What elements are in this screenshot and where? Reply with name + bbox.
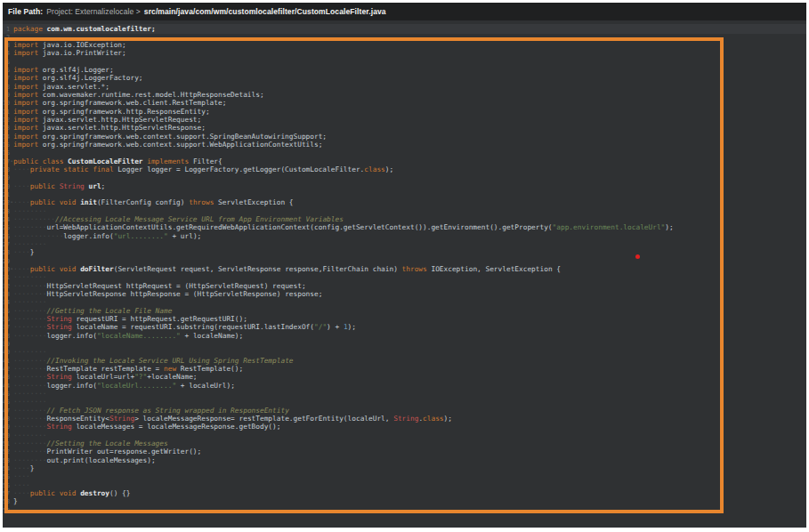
code-text: import org.slf4j.Logger; (13, 66, 114, 74)
code-line[interactable]: 54····} (3, 464, 806, 472)
code-line[interactable]: 55···· (3, 472, 806, 480)
code-text: ········RestTemplate restTemplate = new … (13, 365, 243, 373)
code-line[interactable]: 15import org.springframework.web.context… (3, 141, 806, 149)
code-text: public class CustomLocaleFilter implemen… (13, 157, 222, 165)
code-line[interactable]: 58} (3, 497, 806, 505)
code-text: ········//Getting the Locale File Name (13, 307, 172, 315)
code-text: ············logger.info("url........" + … (13, 232, 201, 240)
code-line[interactable]: 31········ (3, 273, 806, 281)
breadcrumb-project: Project: Externalizelocale > (46, 7, 141, 16)
code-line[interactable]: 53········out.print(localeMessages); (3, 456, 806, 464)
code-line[interactable]: 14import org.springframework.web.context… (3, 133, 806, 141)
code-line[interactable]: 6import org.slf4j.Logger; (3, 66, 806, 74)
code-line[interactable]: 36········String requestURI = httpReques… (3, 315, 806, 323)
code-line[interactable]: 50········ (3, 431, 806, 439)
code-text: ········// Fetch JSON response as String… (13, 407, 289, 415)
code-line[interactable]: 20····public String url; (3, 182, 806, 190)
code-line[interactable]: 16 (3, 149, 806, 157)
fold-marker-icon[interactable]: - (10, 265, 13, 273)
code-line[interactable]: 48········ResponseEntity<String> localeM… (3, 415, 806, 423)
code-line[interactable]: 7import org.slf4j.LoggerFactory; (3, 74, 806, 82)
code-line[interactable]: 13import javax.servlet.http.HttpServletR… (3, 124, 806, 132)
code-text: ···· (13, 472, 30, 480)
code-line[interactable]: 52········PrintWriter out=response.getWr… (3, 447, 806, 455)
code-text: ········ (13, 207, 47, 215)
code-line[interactable]: 10import org.springframework.web.client.… (3, 99, 806, 107)
code-text: ····public void doFilter(ServletRequest … (13, 265, 561, 273)
code-text: import org.slf4j.LoggerFactory; (13, 74, 143, 82)
code-line[interactable]: 27········ (3, 240, 806, 248)
fold-marker-icon[interactable]: - (10, 157, 13, 165)
code-line[interactable]: 45········ (3, 390, 806, 398)
code-line[interactable]: 9import com.wavemaker.runtime.rest.model… (3, 91, 806, 99)
code-line[interactable]: 29 (3, 257, 806, 265)
fold-marker-icon[interactable]: - (10, 198, 13, 206)
code-line[interactable]: 56···· (3, 481, 806, 489)
code-line[interactable]: 19 (3, 173, 806, 181)
code-text: import javax.servlet.*; (13, 83, 109, 91)
code-text: ········url=WebApplicationContextUtils.g… (13, 223, 674, 231)
code-line[interactable]: 37········String localeName = requestURI… (3, 323, 806, 331)
code-line[interactable]: 2 (3, 33, 806, 41)
code-text: import com.wavemaker.runtime.rest.model.… (13, 91, 264, 99)
code-text: ········ (13, 273, 47, 281)
code-line[interactable]: 38········logger.info("localeName.......… (3, 332, 806, 340)
code-line[interactable]: 5 (3, 58, 806, 66)
code-text: ···· (13, 481, 30, 489)
code-line[interactable]: 17-public class CustomLocaleFilter imple… (3, 157, 806, 165)
code-line[interactable]: 24··········//Accessing Locale Message S… (3, 215, 806, 223)
code-line[interactable]: 11import org.springframework.http.Respon… (3, 108, 806, 116)
code-text: import org.springframework.web.context.s… (13, 133, 327, 141)
code-line[interactable]: 35········//Getting the Locale File Name (3, 307, 806, 315)
code-line[interactable]: 49········String localeMessages = locale… (3, 423, 806, 431)
code-text: ····public void destroy() {} (13, 489, 130, 497)
code-line[interactable]: 39 (3, 340, 806, 348)
code-text: ········logger.info("localeName........"… (13, 332, 243, 340)
code-line[interactable]: 28····} (3, 248, 806, 256)
code-line[interactable]: 1package com.wm.customlocalefilter; (3, 25, 806, 33)
code-area[interactable]: 1package com.wm.customlocalefilter;23imp… (3, 25, 806, 514)
code-line[interactable]: 42········RestTemplate restTemplate = ne… (3, 365, 806, 373)
code-line[interactable]: 43········String localeUrl=url+"?"+local… (3, 373, 806, 381)
code-line[interactable]: 57····public void destroy() {} (3, 489, 806, 497)
code-line[interactable]: 47········// Fetch JSON response as Stri… (3, 407, 806, 415)
code-text: ········ (13, 398, 47, 406)
code-line[interactable]: 23········ (3, 207, 806, 215)
code-line[interactable]: 44········logger.info("localeUrl........… (3, 382, 806, 390)
code-line[interactable]: 3import java.io.IOException; (3, 41, 806, 49)
code-editor[interactable]: 1package com.wm.customlocalefilter;23imp… (3, 20, 806, 528)
code-text: ········String localeName = requestURI.s… (13, 323, 356, 331)
code-line[interactable]: 34········ (3, 298, 806, 306)
code-text: ········ (13, 390, 47, 398)
code-line[interactable]: 12import javax.servlet.http.HttpServletR… (3, 116, 806, 124)
code-line[interactable]: 22-····public void init(FilterConfig con… (3, 198, 806, 206)
code-text: ········ (13, 431, 47, 439)
code-line[interactable]: 51········//Setting the Locale Messages (3, 439, 806, 447)
code-text: ········logger.info("localeUrl........" … (13, 382, 235, 390)
code-text: ········ResponseEntity<String> localeMes… (13, 415, 452, 423)
code-line[interactable]: 33········HttpServletResponse httpRespon… (3, 290, 806, 298)
code-line[interactable]: 8import javax.servlet.*; (3, 83, 806, 91)
code-text: import org.springframework.http.Response… (13, 108, 210, 116)
code-text: ····} (13, 464, 34, 472)
file-path-label: File Path: (8, 7, 43, 16)
code-line[interactable]: 4import java.io.PrintWriter; (3, 49, 806, 57)
code-line[interactable]: 32········HttpServletRequest httpRequest… (3, 282, 806, 290)
ide-screenshot: File Path: Project: Externalizelocale > … (0, 0, 809, 532)
code-line[interactable]: 59 (3, 506, 806, 514)
code-line[interactable]: 41········//Invoking the Locale Service … (3, 357, 806, 365)
code-text: ········HttpServletResponse httpResponse… (13, 290, 322, 298)
code-line[interactable]: 26············logger.info("url........" … (3, 232, 806, 240)
code-text: ········String requestURI = httpRequest.… (13, 315, 247, 323)
code-line[interactable]: 25········url=WebApplicationContextUtils… (3, 223, 806, 231)
code-text: } (13, 497, 18, 505)
code-text: ····} (13, 248, 34, 256)
code-text: ····public String url; (13, 182, 105, 190)
code-line[interactable]: 18····private static final Logger logger… (3, 165, 806, 173)
code-text: import org.springframework.web.context.s… (13, 141, 322, 149)
code-line[interactable]: 21 (3, 190, 806, 198)
code-line[interactable]: 30-····public void doFilter(ServletReque… (3, 265, 806, 273)
code-line[interactable]: 46········ (3, 398, 806, 406)
code-text: import org.springframework.web.client.Re… (13, 99, 226, 107)
code-line[interactable]: 40········ (3, 348, 806, 356)
